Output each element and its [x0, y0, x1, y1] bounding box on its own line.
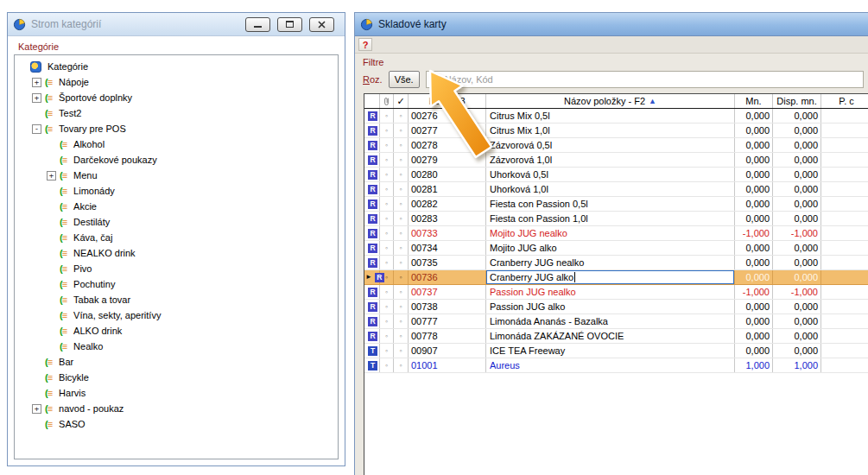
- name-cell: Citrus Mix 1,0l: [486, 124, 735, 137]
- tree-node[interactable]: + (≡ Nápoje: [15, 74, 338, 90]
- table-row[interactable]: R ◦ ◦ 00282 Fiesta con Passion 0,5l 0,00…: [364, 197, 868, 212]
- table-row[interactable]: R ◦ ◦ 00279 Zázvorová 1,0l 0,000 0,000: [364, 153, 868, 168]
- tree-node-label: Test2: [57, 108, 83, 118]
- category-icon: (≡: [60, 326, 67, 336]
- check-dot-icon: ◦: [399, 142, 402, 149]
- cell-mn: -1,000: [735, 285, 773, 299]
- cell-disp: 0,000: [773, 256, 821, 269]
- name-cell: Uhorková 1,0l: [486, 182, 735, 196]
- name-cell: Cranberry JUG alko: [486, 270, 735, 284]
- table-row[interactable]: R ◦ ◦ 00778 Limonáda ZAKÁZANÉ OVOCIE 0,0…: [364, 329, 868, 344]
- tree-node[interactable]: (≡ Nealko: [15, 339, 338, 354]
- tree-node[interactable]: + (≡ Menu: [15, 168, 338, 183]
- header-name[interactable]: Názov položky - F2 ▲: [486, 94, 735, 108]
- tree-node-label: Menu: [72, 170, 99, 180]
- table-row[interactable]: R ◦ ◦ 00734 Mojito JUG alko 0,000 0,000: [364, 241, 868, 256]
- tree-node[interactable]: - (≡ Tovary pre POS: [15, 121, 338, 136]
- tree-node[interactable]: + (≡ navod - poukaz: [15, 401, 338, 416]
- stock-table: ✓ Kód - F3 Názov položky - F2 ▲ Mn. Disp…: [364, 93, 868, 475]
- category-icon: (≡: [60, 311, 67, 320]
- name-cell: Passion JUG nealko: [486, 285, 735, 299]
- tree-node[interactable]: + (≡ Športové doplnky: [15, 90, 338, 105]
- table-row[interactable]: R ◦ ◦ 00738 Passion JUG alko 0,000 0,000: [364, 300, 868, 314]
- category-tree[interactable]: Kategórie + (≡ Nápoje + (≡ Športové dopl…: [14, 54, 339, 459]
- table-row[interactable]: R ◦ ◦ 00735 Cranberry JUG nealko 0,000 0…: [364, 256, 868, 270]
- cell-disp: 0,000: [773, 197, 821, 211]
- header-code[interactable]: Kód - F3: [409, 94, 486, 108]
- table-row[interactable]: R ◦ ◦ 00737 Passion JUG nealko -1,000 -1…: [364, 285, 868, 300]
- cell-mn: 0,000: [735, 197, 773, 211]
- tree-expander[interactable]: +: [32, 78, 41, 87]
- right-window-titlebar[interactable]: Skladové karty: [355, 13, 868, 36]
- category-icon: (≡: [45, 389, 53, 398]
- table-row[interactable]: R ◦ ◦ 00276 Citrus Mix 0,5l 0,000 0,000: [364, 109, 868, 124]
- tree-node[interactable]: (≡ Limonády: [15, 183, 338, 199]
- header-attachment[interactable]: [380, 94, 394, 108]
- tree-node[interactable]: (≡ Akcie: [15, 199, 338, 214]
- row-marker-cell: R: [364, 314, 380, 328]
- table-row[interactable]: T ◦ ◦ 01001 Aureus 1,000 1,000: [364, 358, 868, 373]
- help-button[interactable]: ?: [358, 38, 372, 51]
- tree-node-label: Tovary pre POS: [57, 124, 128, 134]
- table-row[interactable]: R ◦ ◦ 00283 Fiesta con Passion 1,0l 0,00…: [364, 212, 868, 226]
- cell-code: 00737: [409, 285, 486, 299]
- table-row[interactable]: T ◦ ◦ 00907 ICE TEA Freeway 0,000 0,000: [364, 344, 868, 358]
- attachment-cell: ◦: [380, 344, 394, 358]
- search-input[interactable]: [445, 74, 858, 85]
- cell-name: Passion JUG nealko: [486, 287, 580, 297]
- type-badge: T: [368, 361, 377, 370]
- cell-name: Zázvorová 1,0l: [486, 155, 555, 165]
- tree-node[interactable]: (≡ Bar: [15, 354, 338, 370]
- tree-expander[interactable]: +: [32, 93, 41, 103]
- table-row[interactable]: ►R ◦ ◦ 00736 Cranberry JUG alko 0,000 0,…: [364, 270, 868, 285]
- row-marker-cell: R: [364, 300, 380, 314]
- tree-node[interactable]: Kategórie: [15, 59, 338, 74]
- check-dot-icon: ◦: [399, 186, 402, 193]
- tree-node[interactable]: (≡ SASO: [15, 416, 338, 432]
- table-row[interactable]: R ◦ ◦ 00733 Mojito JUG nealko -1,000 -1,…: [364, 226, 868, 241]
- header-check[interactable]: ✓: [394, 94, 409, 108]
- name-editbox[interactable]: Cranberry JUG alko: [486, 270, 734, 284]
- tree-node[interactable]: (≡ Pivo: [15, 261, 338, 276]
- tree-node[interactable]: (≡ Harvis: [15, 385, 338, 401]
- tree-node[interactable]: (≡ ALKO drink: [15, 323, 338, 339]
- tree-node[interactable]: (≡ Alkohol: [15, 136, 338, 152]
- tree-node[interactable]: (≡ Pochutiny: [15, 276, 338, 292]
- table-row[interactable]: R ◦ ◦ 00280 Uhorková 0,5l 0,000 0,000: [364, 168, 868, 182]
- minimize-icon: [254, 22, 262, 28]
- header-pc[interactable]: P. c: [821, 94, 868, 108]
- roz-link[interactable]: Roz.: [363, 74, 383, 85]
- table-row[interactable]: R ◦ ◦ 00277 Citrus Mix 1,0l 0,000 0,000: [364, 124, 868, 138]
- cell-mn: 0,000: [735, 300, 773, 314]
- close-button[interactable]: [309, 17, 334, 32]
- check-cell: ◦: [394, 314, 409, 328]
- cell-code: 00736: [409, 270, 486, 284]
- tree-expander[interactable]: +: [32, 404, 41, 414]
- tree-node[interactable]: (≡ Káva, čaj: [15, 230, 338, 245]
- tree-node[interactable]: (≡ Test2: [15, 105, 338, 121]
- tree-node[interactable]: (≡ NEALKO drink: [15, 245, 338, 261]
- cell-name: Citrus Mix 1,0l: [486, 125, 554, 136]
- header-disp[interactable]: Disp. mn.: [773, 94, 821, 108]
- vse-button[interactable]: Vše.: [389, 71, 420, 88]
- cell-pc: [821, 182, 868, 196]
- maximize-button[interactable]: [277, 17, 302, 32]
- table-row[interactable]: R ◦ ◦ 00278 Zázvorová 0,5l 0,000 0,000: [364, 138, 868, 153]
- tree-node[interactable]: (≡ Destiláty: [15, 214, 338, 230]
- attachment-cell: ◦: [380, 256, 394, 269]
- header-mn[interactable]: Mn.: [735, 94, 773, 108]
- tree-node[interactable]: (≡ Vína, sekty, aperitívy: [15, 307, 338, 323]
- cell-disp: 0,000: [773, 314, 821, 328]
- cell-disp: 0,000: [773, 344, 821, 358]
- type-badge: R: [368, 170, 377, 180]
- left-window-titlebar[interactable]: Strom kategórií: [8, 13, 345, 36]
- minimize-button[interactable]: [245, 17, 270, 32]
- table-row[interactable]: R ◦ ◦ 00281 Uhorková 1,0l 0,000 0,000: [364, 182, 868, 197]
- tree-node[interactable]: (≡ Tabak a tovar: [15, 292, 338, 307]
- cell-mn: 0,000: [735, 256, 773, 269]
- tree-node[interactable]: (≡ Darčekové poukazy: [15, 152, 338, 168]
- tree-expander[interactable]: +: [47, 171, 56, 180]
- tree-expander[interactable]: -: [32, 124, 41, 134]
- table-row[interactable]: R ◦ ◦ 00777 Limonáda Ananás - Bazalka 0,…: [364, 314, 868, 329]
- tree-node[interactable]: (≡ Bicykle: [15, 370, 338, 385]
